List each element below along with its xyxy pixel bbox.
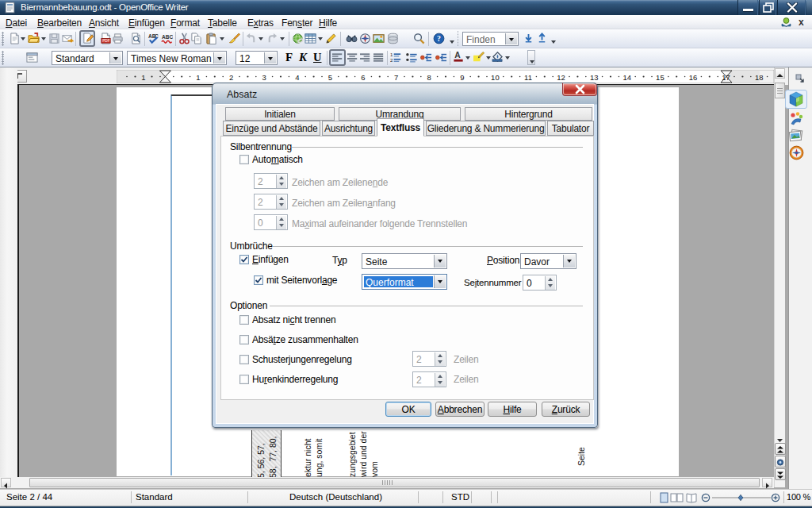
svg-text:13: 13 — [590, 73, 599, 82]
svg-text:11: 11 — [524, 73, 532, 82]
svg-text:9: 9 — [460, 73, 464, 82]
svg-text:6: 6 — [361, 73, 365, 82]
svg-text:15: 15 — [656, 73, 665, 82]
svg-text:12: 12 — [557, 73, 565, 82]
svg-text:18: 18 — [755, 73, 764, 82]
svg-text:17: 17 — [722, 73, 730, 82]
svg-text:8: 8 — [427, 73, 431, 82]
svg-text:5: 5 — [328, 73, 332, 82]
svg-text:2: 2 — [390, 57, 393, 63]
svg-text:1: 1 — [196, 73, 200, 82]
svg-text:PDF: PDF — [102, 39, 109, 43]
svg-text:3: 3 — [262, 73, 266, 82]
svg-text:1: 1 — [141, 73, 145, 82]
svg-text:16: 16 — [689, 73, 698, 82]
svg-text:?: ? — [437, 34, 441, 43]
svg-text:7: 7 — [394, 73, 398, 82]
svg-text:ABC: ABC — [162, 34, 173, 40]
svg-text:A: A — [454, 51, 461, 60]
svg-text:1: 1 — [390, 52, 393, 57]
svg-text:10: 10 — [491, 73, 500, 82]
svg-text:4: 4 — [295, 73, 299, 82]
svg-text:2: 2 — [229, 73, 233, 82]
svg-text:14: 14 — [623, 73, 632, 82]
